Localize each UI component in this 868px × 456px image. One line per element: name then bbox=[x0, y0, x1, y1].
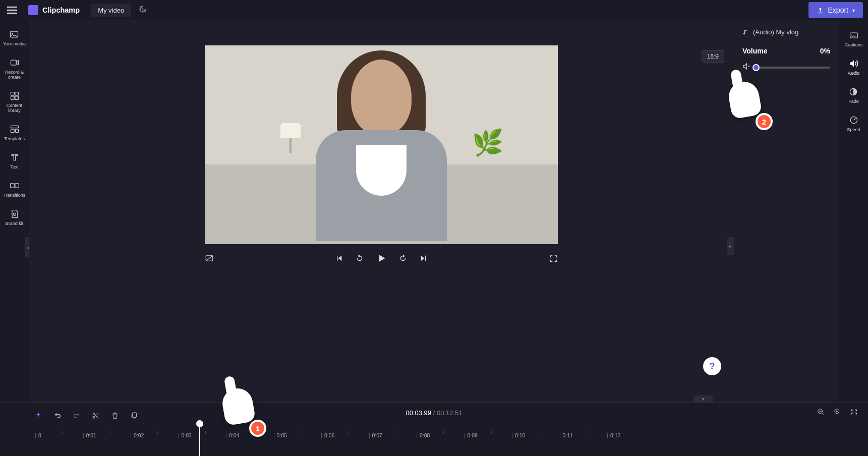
export-label: Export bbox=[828, 6, 848, 14]
tab-captions[interactable]: CC Captions bbox=[844, 27, 864, 50]
volume-value: 0% bbox=[820, 47, 830, 55]
ruler-tick: 0:04 bbox=[229, 432, 239, 438]
svg-rect-11 bbox=[10, 184, 14, 188]
ruler-tick: 0:03 bbox=[182, 432, 192, 438]
app-logo[interactable]: Clipchamp bbox=[28, 5, 80, 15]
text-icon bbox=[10, 152, 20, 162]
tab-fade[interactable]: Fade bbox=[847, 84, 860, 107]
property-panel: (Audio) My vlog Volume 0% bbox=[733, 20, 839, 403]
undo-button[interactable] bbox=[53, 412, 62, 420]
upload-icon bbox=[817, 7, 824, 14]
record-icon bbox=[10, 58, 20, 68]
ruler-tick: 0:05 bbox=[277, 432, 287, 438]
fit-timeline-button[interactable] bbox=[850, 408, 858, 416]
media-icon bbox=[9, 29, 19, 39]
logo-icon bbox=[28, 5, 38, 15]
svg-rect-5 bbox=[15, 92, 18, 96]
svg-text:CC: CC bbox=[851, 34, 855, 37]
playhead[interactable] bbox=[199, 424, 200, 456]
volume-slider[interactable] bbox=[756, 67, 830, 69]
collapse-bottom-button[interactable]: ▾ bbox=[693, 395, 713, 403]
sidebar-item-templates[interactable]: Templates bbox=[3, 119, 26, 146]
left-sidebar: Your media Record & create Content libra… bbox=[0, 20, 29, 403]
templates-icon bbox=[10, 124, 20, 134]
svg-rect-9 bbox=[11, 129, 14, 133]
tab-speed[interactable]: Speed bbox=[846, 112, 861, 135]
right-sidebar: CC Captions Audio Fade Speed bbox=[839, 20, 868, 403]
sidebar-item-text[interactable]: Text bbox=[9, 147, 21, 175]
sidebar-item-record-create[interactable]: Record & create bbox=[0, 52, 29, 85]
svg-rect-10 bbox=[15, 129, 18, 133]
preview-decor: 🌿 bbox=[472, 128, 512, 174]
ruler-tick: 0:11 bbox=[563, 432, 573, 438]
zoom-out-button[interactable] bbox=[817, 408, 825, 416]
redo-button[interactable] bbox=[73, 412, 81, 420]
ruler-tick: 0:07 bbox=[372, 432, 382, 438]
split-button[interactable] bbox=[92, 412, 100, 420]
preview-decor bbox=[280, 123, 301, 153]
svg-point-13 bbox=[13, 213, 16, 215]
sidebar-item-transitions[interactable]: Transitions bbox=[3, 176, 27, 203]
delete-button[interactable] bbox=[111, 412, 119, 420]
skip-forward-button[interactable] bbox=[420, 254, 428, 262]
preview-subject bbox=[316, 60, 447, 244]
timeline: 00:03.99 / 00:12.51 00:010:020:030:040:0… bbox=[0, 403, 868, 456]
preview-area: 16:9 🌿 ? ▸ ▾ bbox=[29, 20, 733, 403]
speed-icon bbox=[849, 115, 859, 125]
aspect-ratio-button[interactable]: 16:9 bbox=[702, 50, 724, 63]
svg-rect-22 bbox=[133, 413, 137, 417]
mute-button[interactable] bbox=[742, 62, 751, 73]
ruler-tick: 0:09 bbox=[468, 432, 478, 438]
help-button[interactable]: ? bbox=[703, 357, 721, 375]
detach-preview-button[interactable] bbox=[205, 254, 214, 263]
svg-rect-3 bbox=[11, 60, 16, 65]
ruler-tick: 0:08 bbox=[420, 432, 430, 438]
selected-clip-header: (Audio) My vlog bbox=[742, 28, 830, 36]
auto-enhance-button[interactable] bbox=[34, 412, 42, 420]
export-button[interactable]: Export ▾ bbox=[808, 2, 863, 18]
svg-line-15 bbox=[206, 256, 213, 261]
rewind-5s-button[interactable] bbox=[355, 254, 364, 263]
svg-rect-8 bbox=[11, 126, 18, 128]
svg-rect-7 bbox=[15, 96, 18, 100]
chevron-down-icon: ▾ bbox=[852, 8, 855, 13]
play-button[interactable] bbox=[376, 253, 386, 263]
duplicate-button[interactable] bbox=[130, 412, 138, 420]
project-title[interactable]: My video bbox=[91, 4, 131, 17]
sidebar-item-content-library[interactable]: Content library bbox=[0, 86, 29, 118]
ruler-tick: 0:01 bbox=[86, 432, 96, 438]
svg-point-2 bbox=[12, 33, 14, 34]
volume-slider-thumb[interactable] bbox=[753, 64, 760, 71]
zoom-in-button[interactable] bbox=[834, 408, 841, 416]
music-note-icon bbox=[742, 29, 749, 35]
sidebar-item-brand-kit[interactable]: Brand kit bbox=[5, 204, 25, 231]
audio-icon bbox=[849, 59, 859, 69]
collapse-right-button[interactable]: ▸ bbox=[727, 237, 734, 255]
tab-audio[interactable]: Audio bbox=[847, 55, 860, 79]
video-preview[interactable]: 🌿 bbox=[205, 45, 558, 244]
fade-icon bbox=[848, 87, 858, 97]
svg-rect-12 bbox=[15, 184, 19, 188]
app-name: Clipchamp bbox=[42, 6, 80, 14]
captions-icon: CC bbox=[849, 30, 859, 40]
volume-label: Volume bbox=[742, 47, 768, 55]
timecode: 00:03.99 / 00:12.51 bbox=[406, 409, 462, 417]
ruler-tick: 0:06 bbox=[324, 432, 334, 438]
svg-rect-4 bbox=[11, 92, 14, 96]
sync-off-icon[interactable] bbox=[138, 5, 147, 16]
ruler-tick: 0:10 bbox=[515, 432, 525, 438]
library-icon bbox=[10, 91, 20, 101]
ruler-tick: 0:02 bbox=[134, 432, 144, 438]
brand-icon bbox=[10, 209, 20, 219]
sidebar-item-your-media[interactable]: Your media bbox=[2, 24, 27, 51]
ruler-tick: 0 bbox=[38, 432, 41, 438]
ruler-tick: 0:12 bbox=[610, 432, 620, 438]
svg-rect-6 bbox=[11, 96, 14, 100]
skip-back-button[interactable] bbox=[335, 254, 343, 262]
menu-button[interactable] bbox=[5, 3, 19, 17]
forward-5s-button[interactable] bbox=[398, 254, 408, 263]
timeline-ruler[interactable]: 00:010:020:030:040:050:060:070:080:090:1… bbox=[34, 428, 862, 442]
fullscreen-button[interactable] bbox=[549, 254, 558, 263]
transitions-icon bbox=[10, 181, 20, 191]
